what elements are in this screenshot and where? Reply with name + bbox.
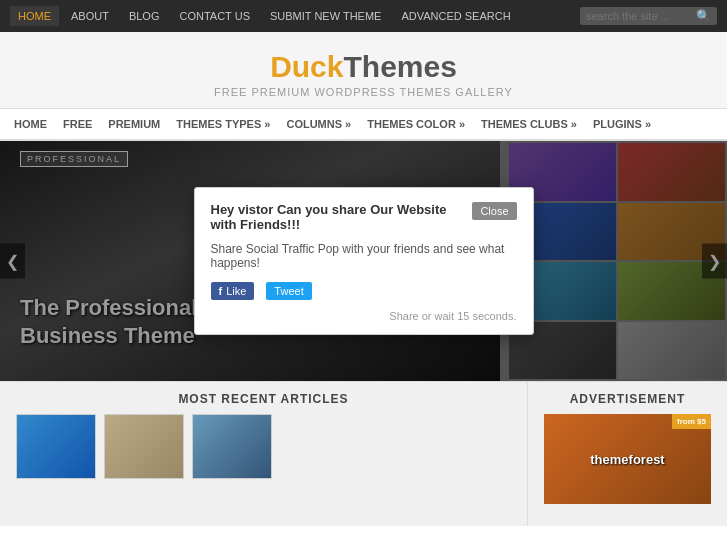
modal-body-text: Share Social Traffic Pop with your frien…	[211, 242, 517, 270]
article-thumb-3[interactable]	[192, 414, 272, 479]
like-label: Like	[226, 285, 246, 297]
search-bar: 🔍	[580, 7, 717, 25]
nav-item-home[interactable]: HOME	[10, 6, 59, 26]
sec-nav-columns[interactable]: COLUMNS »	[278, 109, 359, 139]
modal-title: Hey vistor Can you share Our Website wit…	[211, 202, 473, 232]
sec-nav-color[interactable]: THEMES COLOR »	[359, 109, 473, 139]
articles-grid	[16, 414, 511, 479]
secondary-navigation: HOME FREE PREMIUM THEMES TYPES » COLUMNS…	[0, 109, 727, 141]
modal-header: Hey vistor Can you share Our Website wit…	[211, 202, 517, 232]
search-icon[interactable]: 🔍	[696, 9, 711, 23]
sec-nav-free[interactable]: FREE	[55, 109, 100, 139]
top-navigation: HOME ABOUT BLOG CONTACT US SUBMIT NEW TH…	[0, 0, 727, 32]
nav-item-advanced[interactable]: ADVANCED SEARCH	[393, 6, 518, 26]
logo-duck: Duck	[270, 50, 343, 83]
article-thumb-1[interactable]	[16, 414, 96, 479]
advertisement-section: ADVERTISEMENT themeforest from $5	[527, 382, 727, 526]
modal-actions: f Like Tweet	[211, 282, 517, 300]
sec-nav-plugins[interactable]: PLUGINS »	[585, 109, 659, 139]
advertisement-title: ADVERTISEMENT	[544, 392, 711, 406]
ad-price-badge: from $5	[672, 414, 711, 429]
modal-footer: Share or wait 15 seconds.	[211, 310, 517, 322]
modal-overlay: Hey vistor Can you share Our Website wit…	[0, 141, 727, 381]
nav-item-contact[interactable]: CONTACT US	[171, 6, 258, 26]
article-thumb-2[interactable]	[104, 414, 184, 479]
nav-item-blog[interactable]: BLOG	[121, 6, 168, 26]
sec-nav-home[interactable]: HOME	[6, 109, 55, 139]
sec-nav-premium[interactable]: PREMIUM	[100, 109, 168, 139]
share-modal: Hey vistor Can you share Our Website wit…	[194, 187, 534, 335]
sec-nav-clubs[interactable]: THEMES CLUBS »	[473, 109, 585, 139]
recent-articles-title: MOST RECENT ARTICLES	[16, 392, 511, 406]
advertisement-banner[interactable]: themeforest from $5	[544, 414, 711, 504]
logo-themes: Themes	[343, 50, 456, 83]
main-slider-area: PROFESSIONAL The Professional Premium Wo…	[0, 141, 727, 381]
modal-close-button[interactable]: Close	[472, 202, 516, 220]
recent-articles-section: MOST RECENT ARTICLES	[0, 382, 527, 526]
tweet-label: Tweet	[274, 285, 303, 297]
nav-item-about[interactable]: ABOUT	[63, 6, 117, 26]
ad-themeforest-label: themeforest	[590, 452, 664, 467]
search-input[interactable]	[586, 10, 696, 22]
site-logo: DuckThemes	[0, 50, 727, 84]
facebook-like-button[interactable]: f Like	[211, 282, 255, 300]
bottom-sections: MOST RECENT ARTICLES ADVERTISEMENT theme…	[0, 381, 727, 526]
logo-area: DuckThemes FREE PREMIUM WORDPRESS THEMES…	[0, 32, 727, 109]
facebook-icon: f	[219, 285, 223, 297]
nav-item-submit[interactable]: SUBMIT NEW THEME	[262, 6, 389, 26]
logo-subtitle: FREE PREMIUM WORDPRESS THEMES GALLERY	[0, 86, 727, 98]
sec-nav-types[interactable]: THEMES TYPES »	[168, 109, 278, 139]
tweet-button[interactable]: Tweet	[266, 282, 311, 300]
